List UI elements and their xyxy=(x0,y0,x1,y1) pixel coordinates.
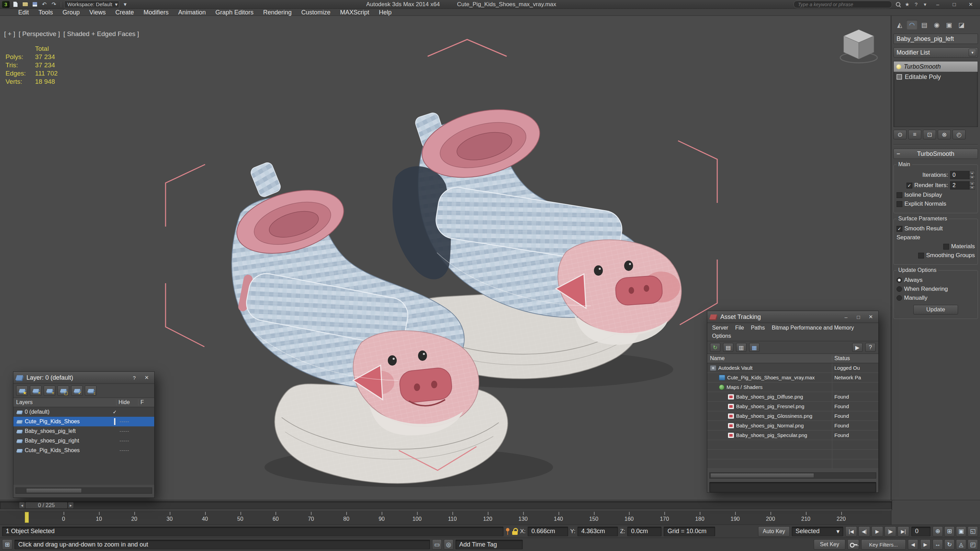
render-iters-value[interactable]: 2 xyxy=(950,181,969,189)
menu-create[interactable]: Create xyxy=(111,9,138,16)
go-to-start-button[interactable]: |◀ xyxy=(845,526,857,537)
help-icon[interactable]: ? xyxy=(865,343,876,352)
isoline-checkbox[interactable] xyxy=(897,192,902,198)
pin-stack-icon[interactable]: ⊙ xyxy=(893,130,907,140)
status-column-header[interactable]: Status xyxy=(832,355,878,362)
search-input[interactable] xyxy=(797,2,888,8)
layer-row[interactable]: Baby_shoes_pig_right----- xyxy=(13,436,154,446)
next-frame-arrow[interactable]: ▸ xyxy=(68,502,74,509)
viewport-pov-menu[interactable]: [ Perspective ] xyxy=(19,30,60,38)
maximize-viewport-button[interactable]: ◰ xyxy=(967,539,978,549)
key-mode-dropdown[interactable]: Selected ▾ xyxy=(792,527,843,536)
add-selection-to-layer-icon[interactable]: + xyxy=(44,386,55,396)
stack-item-turbosmooth[interactable]: TurboSmooth xyxy=(894,62,978,72)
menu-maxscript[interactable]: MAXScript xyxy=(336,9,374,16)
z-coordinate-field[interactable]: 0.0cm xyxy=(627,527,662,536)
panel-tab-create[interactable]: ◭ xyxy=(894,20,905,30)
spinner-down-icon[interactable]: ▼ xyxy=(969,186,975,189)
asset-row[interactable]: Baby_shoes_pig_Specular.pngFound xyxy=(707,430,878,440)
always-radio[interactable] xyxy=(897,277,902,283)
layer-row[interactable]: Cute_Pig_Kids_Shoes----- xyxy=(13,417,154,426)
x-coordinate-field[interactable]: 0.666cm xyxy=(528,527,568,536)
previous-key-button[interactable]: ◀ xyxy=(908,539,918,549)
infocenter-search[interactable] xyxy=(794,1,892,8)
object-name-field[interactable]: Baby_shoes_pig_left xyxy=(893,33,978,44)
isolate-selection-icon[interactable] xyxy=(506,527,510,535)
detail-view-icon[interactable]: ▥ xyxy=(736,343,746,352)
layer-row[interactable]: Cute_Pig_Kids_Shoes----- xyxy=(13,446,154,455)
menu-group[interactable]: Group xyxy=(58,9,84,16)
add-time-tag-field[interactable]: Add Time Tag xyxy=(455,540,523,549)
zoom-all-button[interactable]: ⊞ xyxy=(944,526,955,537)
freeze-column-header[interactable]: F xyxy=(138,399,154,405)
zoom-button[interactable]: ⊕ xyxy=(932,526,943,537)
track-bar[interactable]: 0102030405060708090100110120130140150160… xyxy=(0,510,891,524)
asset-menu-server[interactable]: Server xyxy=(709,324,732,332)
layer-select-box-icon[interactable] xyxy=(114,418,115,425)
minimize-button[interactable]: – xyxy=(931,1,945,8)
layer-horizontal-scrollbar[interactable] xyxy=(16,487,152,494)
asset-row[interactable]: Cute_Pig_Kids_Shoes_max_vray.maxNetwork … xyxy=(707,373,878,383)
asset-dialog-titlebar[interactable]: Asset Tracking – □ ✕ xyxy=(707,311,878,323)
asset-menu-file[interactable]: File xyxy=(732,324,748,332)
previous-frame-arrow[interactable]: ◂ xyxy=(19,502,25,509)
iterations-value[interactable]: 0 xyxy=(950,171,969,179)
smoothing-groups-checkbox[interactable] xyxy=(918,252,924,259)
iterations-spinner[interactable]: 0 ▲▼ xyxy=(950,171,975,179)
viewport-shading-menu[interactable]: [ Shaded + Edged Faces ] xyxy=(64,30,139,38)
modifier-stack[interactable]: TurboSmooth Editable Poly xyxy=(893,61,978,127)
set-key-button[interactable]: Set Key xyxy=(814,539,845,549)
set-current-layer-icon[interactable]: ✓ xyxy=(71,386,83,396)
materials-checkbox[interactable] xyxy=(943,244,949,249)
help-button[interactable]: ? xyxy=(129,373,139,382)
spinner-up-icon[interactable]: ▲ xyxy=(969,171,975,175)
explicit-normals-checkbox[interactable] xyxy=(897,201,902,207)
save-file-icon[interactable] xyxy=(31,1,38,8)
layer-row[interactable]: 0 (default)✓ xyxy=(13,407,154,417)
manually-radio[interactable] xyxy=(897,295,902,301)
panel-tab-modify[interactable]: ◠ xyxy=(907,20,918,30)
3dsmax-logo-icon[interactable]: 3 xyxy=(2,1,10,8)
viewcube[interactable] xyxy=(840,30,877,63)
hide-column-header[interactable]: Hide xyxy=(116,399,138,405)
table-view-icon[interactable]: ▤ xyxy=(723,343,733,352)
layer-hide-cell[interactable]: ----- xyxy=(119,429,140,434)
modifier-list-dropdown[interactable]: Modifier List ▾ xyxy=(893,48,978,58)
maximize-button[interactable]: □ xyxy=(854,313,863,321)
current-frame-marker[interactable] xyxy=(25,512,29,523)
thumbnail-view-icon[interactable]: ▦ xyxy=(749,343,759,352)
layers-column-header[interactable]: Layers xyxy=(13,399,116,405)
auto-key-button[interactable]: Auto Key xyxy=(758,526,790,537)
panel-tab-hierarchy[interactable]: ▤ xyxy=(919,20,930,30)
y-coordinate-field[interactable]: 4.363cm xyxy=(578,527,618,536)
modifier-enabled-bulb-icon[interactable] xyxy=(897,65,901,69)
zoom-extents-button[interactable]: ▣ xyxy=(956,526,966,537)
show-end-result-icon[interactable]: ≡ xyxy=(908,130,921,140)
infocenter-star-icon[interactable]: ★ xyxy=(904,2,911,8)
asset-row[interactable]: Baby_shoes_pig_Fresnel.pngFound xyxy=(707,402,878,411)
asset-menu-paths[interactable]: Paths xyxy=(748,324,768,332)
menu-tools[interactable]: Tools xyxy=(34,9,57,16)
maxscript-listener-icon[interactable]: ▭ xyxy=(432,539,442,549)
layer-dialog-titlebar[interactable]: Layer: 0 (default) ? ✕ xyxy=(13,372,154,384)
workspace-menu-chevron-icon[interactable]: ▾ xyxy=(121,1,129,8)
configure-modifier-sets-icon[interactable]: ◴ xyxy=(953,130,966,140)
asset-row[interactable]: Autodesk VaultLogged Ou xyxy=(707,363,878,373)
zoom-region-button[interactable]: ◱ xyxy=(967,526,978,537)
layer-hide-cell[interactable]: ----- xyxy=(119,419,140,424)
remove-modifier-icon[interactable]: ⊗ xyxy=(938,130,951,140)
panel-tab-display[interactable]: ▣ xyxy=(943,20,955,30)
menu-modifiers[interactable]: Modifiers xyxy=(139,9,173,16)
close-button[interactable]: ✕ xyxy=(142,373,151,382)
menu-rendering[interactable]: Rendering xyxy=(259,9,296,16)
asset-path-field[interactable] xyxy=(710,482,876,492)
redo-button[interactable]: ↷ xyxy=(50,1,58,8)
asset-row[interactable]: Baby_shoes_pig_Diffuse.pngFound xyxy=(707,392,878,402)
minimize-button[interactable]: – xyxy=(841,313,851,321)
help-icon[interactable]: ? xyxy=(913,2,920,7)
layer-hide-cell[interactable]: ----- xyxy=(119,448,140,453)
highlight-asset-icon[interactable]: ▶ xyxy=(852,343,862,352)
layer-current-indicator[interactable] xyxy=(110,419,119,424)
scrollbar-thumb[interactable] xyxy=(710,473,814,478)
layer-row[interactable]: Baby_shoes_pig_left----- xyxy=(13,426,154,436)
